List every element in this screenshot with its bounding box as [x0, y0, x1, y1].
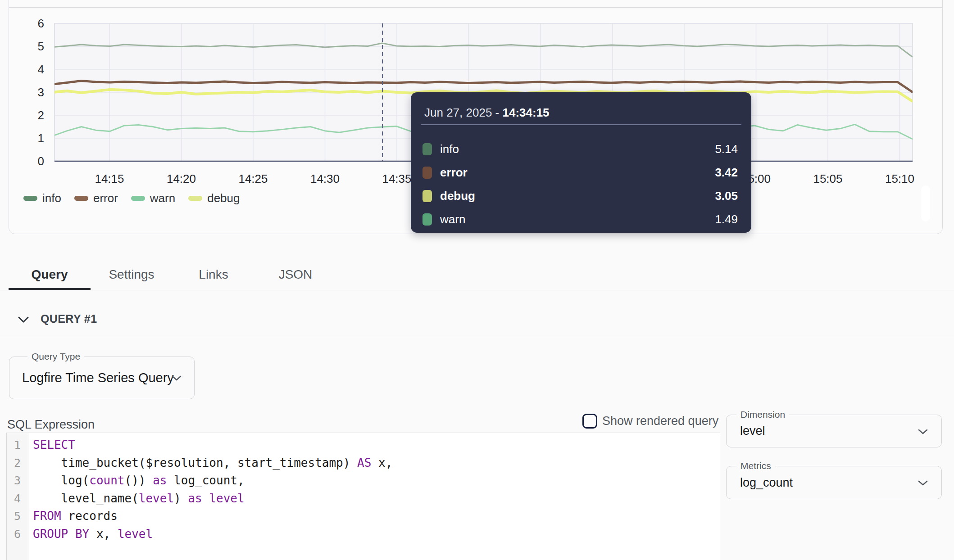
legend-swatch-icon: [131, 196, 145, 201]
tooltip-rows: info5.14error3.42debug3.05warn1.49: [411, 137, 751, 231]
tooltip-timestamp: Jun 27, 2025 - 14:34:15: [424, 106, 550, 120]
sql-code[interactable]: SELECT time_bucket($resolution, start_ti…: [28, 433, 392, 560]
series-swatch-icon: [422, 143, 432, 155]
chevron-down-icon: [918, 429, 928, 434]
tooltip-series-label: warn: [440, 212, 715, 226]
chevron-down-icon: [918, 480, 928, 486]
legend-label: error: [93, 191, 118, 205]
tooltip-series-label: info: [440, 142, 715, 156]
tooltip-row-info: info5.14: [411, 137, 751, 161]
tooltip-series-value: 3.05: [715, 189, 738, 203]
legend-item-error[interactable]: error: [74, 191, 118, 205]
line-number: 4: [7, 490, 28, 508]
tab-bar: QuerySettingsLinksJSON: [9, 259, 336, 290]
line-number: 6: [7, 525, 28, 543]
chart-tooltip: Jun 27, 2025 - 14:34:15 info5.14error3.4…: [411, 92, 751, 233]
section-divider: [0, 337, 954, 337]
legend-item-warn[interactable]: warn: [131, 191, 175, 205]
code-line: log(count()) as log_count,: [33, 472, 392, 490]
query-type-select[interactable]: Query Type Logfire Time Series Query: [9, 357, 195, 399]
legend-label: debug: [207, 191, 240, 205]
series-swatch-icon: [422, 167, 432, 179]
tab-settings[interactable]: Settings: [91, 259, 173, 290]
query-section-toggle[interactable]: QUERY #1: [18, 312, 97, 325]
checkbox-icon[interactable]: [582, 414, 597, 429]
tab-bar-divider: [0, 290, 954, 290]
tooltip-series-label: error: [440, 166, 715, 180]
scrollbar-thumb[interactable]: [921, 185, 930, 221]
tooltip-row-error: error3.42: [411, 161, 751, 184]
legend-swatch-icon: [23, 196, 37, 201]
chevron-down-icon: [18, 316, 29, 323]
code-line: level_name(level) as level: [33, 490, 392, 508]
legend-item-info[interactable]: info: [23, 191, 61, 205]
dimension-select[interactable]: Dimension level: [726, 415, 942, 447]
legend-swatch-icon: [188, 196, 202, 201]
code-line: GROUP BY x, level: [33, 525, 392, 543]
chevron-down-icon: [172, 375, 182, 381]
line-number: 2: [7, 454, 28, 472]
tab-query[interactable]: Query: [9, 259, 91, 290]
tab-links[interactable]: Links: [173, 259, 254, 290]
metrics-select[interactable]: Metrics log_count: [726, 466, 942, 499]
line-number-gutter: 123456: [7, 433, 28, 560]
code-line: FROM records: [33, 507, 392, 525]
card-top-divider: [9, 7, 942, 8]
series-swatch-icon: [422, 190, 432, 202]
tooltip-divider: [421, 124, 741, 125]
chart-legend: infoerrorwarndebug: [23, 191, 240, 205]
code-line: SELECT: [33, 436, 392, 454]
legend-label: warn: [150, 191, 175, 205]
query-type-value: Logfire Time Series Query: [22, 370, 174, 385]
dimension-label: Dimension: [736, 410, 789, 420]
tooltip-row-debug: debug3.05: [411, 184, 751, 208]
metrics-value: log_count: [740, 476, 793, 490]
tooltip-series-label: debug: [440, 189, 715, 203]
query-section-title: QUERY #1: [41, 312, 97, 325]
metrics-label: Metrics: [736, 461, 775, 471]
query-type-label: Query Type: [27, 352, 84, 361]
tooltip-row-warn: warn1.49: [411, 208, 751, 231]
tooltip-series-value: 1.49: [715, 212, 738, 226]
line-number: 1: [7, 436, 28, 454]
legend-swatch-icon: [74, 196, 88, 201]
series-swatch-icon: [422, 213, 432, 226]
tab-json[interactable]: JSON: [254, 259, 336, 290]
sql-expression-label: SQL Expression: [7, 418, 95, 432]
show-rendered-query-label: Show rendered query: [602, 414, 718, 428]
legend-item-debug[interactable]: debug: [188, 191, 240, 205]
sql-code-editor[interactable]: 123456 SELECT time_bucket($resolution, s…: [6, 433, 720, 560]
tooltip-series-value: 3.42: [715, 166, 738, 180]
code-line: time_bucket($resolution, start_timestamp…: [33, 454, 392, 472]
show-rendered-query-toggle[interactable]: Show rendered query: [582, 414, 718, 429]
legend-label: info: [42, 191, 61, 205]
line-number: 3: [7, 472, 28, 490]
line-number: 5: [7, 507, 28, 525]
dimension-value: level: [740, 424, 765, 438]
tooltip-series-value: 5.14: [715, 142, 738, 156]
